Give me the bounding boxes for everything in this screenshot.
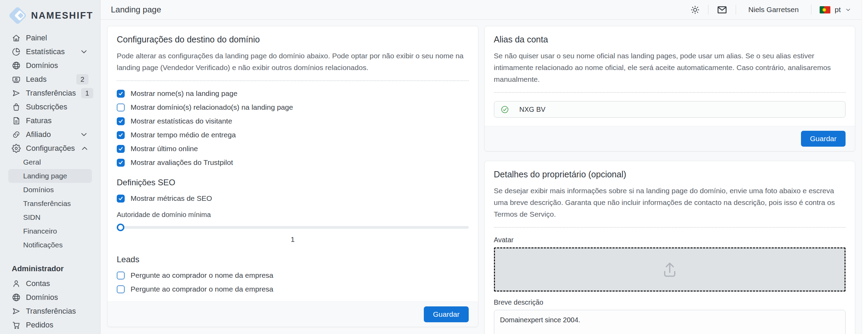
sidebar-subitem-sidn[interactable]: SIDN (8, 210, 92, 224)
checkbox-show-avg-delivery[interactable]: Mostrar tempo médio de entrega (117, 131, 469, 139)
alias-card: Alias da conta Se não quiser usar o seu … (484, 26, 856, 151)
sidebar-subitem-dominios[interactable]: Domínios (8, 183, 92, 197)
language-code: pt (834, 6, 841, 14)
globe-icon (12, 61, 21, 70)
sidebar-item-painel[interactable]: Painel (8, 31, 92, 45)
checkbox-show-names[interactable]: Mostrar nome(s) na landing page (117, 89, 469, 98)
app-root: NAMESHIFT Painel Estatísticas Domínios L… (0, 0, 868, 334)
checkbox[interactable] (117, 104, 125, 111)
checkbox-show-related-domains[interactable]: Mostrar domínio(s) relacionado(s) na lan… (117, 103, 469, 111)
upload-icon (660, 259, 680, 279)
sidebar-nav: Painel Estatísticas Domínios Leads 2 Tra… (0, 31, 100, 334)
check-circle-icon (500, 105, 509, 114)
sidebar-item-afiliado[interactable]: Afiliado (8, 128, 92, 141)
alias-input[interactable]: NXG BV (494, 101, 846, 118)
slider-handle[interactable] (117, 224, 124, 231)
checkbox[interactable] (117, 131, 125, 139)
avatar-dropzone[interactable] (494, 247, 846, 292)
slider-track[interactable] (117, 226, 469, 229)
short-description-textarea[interactable]: Domainexpert since 2004. (494, 310, 846, 334)
checkbox-show-trustpilot[interactable]: Mostrar avaliações do Trustpilot (117, 158, 469, 167)
top-bar: Landing page Niels Garretsen pt (101, 0, 862, 20)
sidebar-item-admin-transferencias[interactable]: Transferências (8, 304, 92, 318)
portugal-flag-icon (820, 6, 830, 13)
checkbox-show-last-online[interactable]: Mostrar último online (117, 145, 469, 153)
card-title: Detalhes do proprietário (opcional) (494, 169, 846, 179)
sidebar-item-admin-pedidos[interactable]: Pedidos (8, 318, 92, 332)
checkbox[interactable] (117, 195, 125, 203)
checkbox[interactable] (117, 145, 125, 153)
home-icon (12, 33, 21, 42)
sidebar-subitem-landing-page[interactable]: Landing page (8, 169, 92, 183)
sidebar-subitem-notificacoes[interactable]: Notificações (8, 238, 92, 252)
card-footer: Guardar (107, 302, 478, 327)
seo-heading: Definições SEO (117, 178, 469, 187)
owner-details-card: Detalhes do proprietário (opcional) Se d… (484, 161, 856, 334)
main-area: Landing page Niels Garretsen pt (101, 0, 862, 334)
save-button[interactable]: Guardar (801, 131, 846, 147)
checkbox[interactable] (117, 285, 125, 293)
banknote-icon (12, 75, 21, 84)
sidebar-item-leads[interactable]: Leads 2 (8, 72, 92, 86)
separator (736, 5, 736, 14)
light-mode-icon[interactable] (690, 5, 700, 14)
sidebar-item-configuracoes[interactable]: Configurações (8, 141, 92, 155)
domain-authority-slider[interactable] (117, 224, 469, 231)
sidebar-subitem-financeiro[interactable]: Financeiro (8, 224, 92, 238)
separator (811, 5, 811, 14)
sidebar-item-estatisticas[interactable]: Estatísticas (8, 45, 92, 59)
mail-icon[interactable] (717, 4, 727, 15)
chevron-down-icon (79, 130, 88, 139)
checkbox[interactable] (117, 159, 125, 167)
slider-label: Autoridade de domínio mínima (117, 211, 469, 219)
checkbox-ask-company-name-2[interactable]: Pergunte ao comprador o nome da empresa (117, 285, 469, 293)
user-icon (12, 279, 21, 288)
send-icon (12, 307, 21, 316)
divider (494, 227, 846, 228)
card-description: Pode alterar as configurações da landing… (117, 50, 469, 73)
user-name[interactable]: Niels Garretsen (744, 6, 803, 14)
sidebar-subitem-transferencias[interactable]: Transferências (8, 197, 92, 210)
card-title: Configurações do destino do domínio (117, 35, 469, 45)
divider (117, 80, 469, 81)
checkbox-ask-company-name-1[interactable]: Pergunte ao comprador o nome da empresa (117, 271, 469, 279)
sidebar-item-admin-contas[interactable]: Contas (8, 277, 92, 291)
gear-icon (12, 144, 21, 153)
sidebar-item-dominios[interactable]: Domínios (8, 59, 92, 72)
save-button[interactable]: Guardar (424, 306, 468, 322)
checkbox-show-visitor-stats[interactable]: Mostrar estatísticas do visitante (117, 117, 469, 125)
short-description-label: Breve descrição (494, 298, 846, 306)
globe-icon (12, 293, 21, 302)
transfers-count-badge: 1 (81, 88, 93, 98)
sidebar-subitem-geral[interactable]: Geral (8, 155, 92, 169)
checkbox[interactable] (117, 272, 125, 279)
card-description: Se desejar exibir mais informações sobre… (494, 185, 846, 220)
language-selector[interactable]: pt (820, 6, 851, 14)
sidebar-item-subscricoes[interactable]: Subscrições (8, 100, 92, 114)
card-description: Se não quiser usar o seu nome oficial na… (494, 50, 846, 85)
send-icon (12, 89, 21, 98)
pie-chart-icon (12, 47, 21, 56)
avatar-label: Avatar (494, 236, 846, 244)
invoice-icon (12, 116, 21, 125)
shopping-bag-icon (12, 102, 21, 111)
left-column: Configurações do destino do domínio Pode… (107, 26, 478, 327)
divider (494, 92, 846, 93)
topbar-actions: Niels Garretsen pt (690, 4, 851, 15)
sidebar-item-admin-dominios[interactable]: Domínios (8, 291, 92, 304)
checkbox[interactable] (117, 90, 125, 98)
sidebar-item-transferencias[interactable]: Transferências 1 (8, 86, 92, 100)
checkbox-show-seo-metrics[interactable]: Mostrar métricas de SEO (117, 194, 469, 203)
admin-section-label: Administrador (8, 264, 92, 273)
leads-count-badge: 2 (76, 74, 88, 85)
sidebar-item-admin-subscricoes[interactable]: Subscrições (8, 332, 92, 334)
chevron-down-icon (79, 47, 88, 56)
page-title: Landing page (111, 5, 161, 14)
nameshift-logo-icon (10, 8, 26, 23)
checkbox[interactable] (117, 117, 125, 125)
chevron-down-icon (845, 7, 851, 13)
brand[interactable]: NAMESHIFT (0, 0, 100, 23)
right-column: Alias da conta Se não quiser usar o seu … (484, 26, 856, 334)
sidebar-item-faturas[interactable]: Faturas (8, 114, 92, 128)
scrollbar[interactable] (862, 0, 868, 334)
